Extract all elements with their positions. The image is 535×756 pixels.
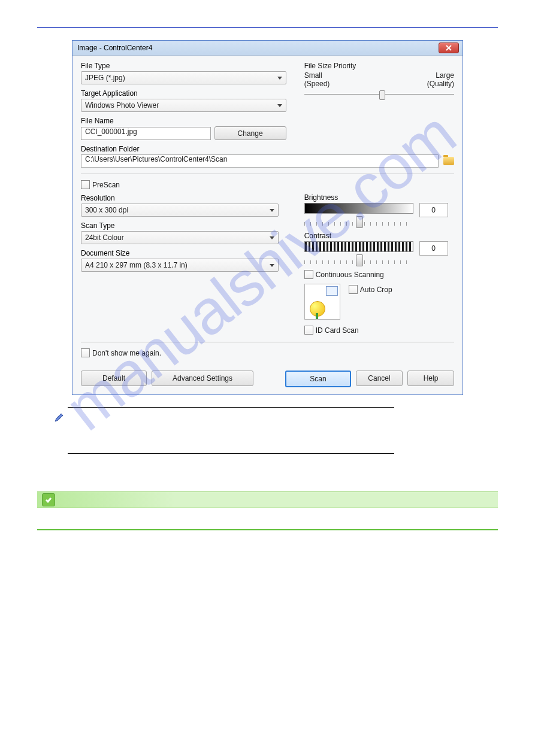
target-app-label: Target Application [81, 89, 286, 98]
contrast-gradient [304, 241, 413, 252]
scan-settings-dialog: Image - ControlCenter4 File Type JPEG (*… [72, 40, 463, 395]
continuous-scan-checkbox[interactable] [304, 270, 313, 279]
doc-size-value: A4 210 x 297 mm (8.3 x 11.7 in) [85, 261, 270, 269]
autocrop-checkbox[interactable] [349, 285, 358, 294]
close-icon [446, 45, 452, 51]
scan-type-value: 24bit Colour [85, 233, 270, 242]
window-title: Image - ControlCenter4 [77, 44, 439, 52]
related-info-banner [37, 491, 498, 508]
contrast-label: Contrast [304, 232, 454, 240]
dont-show-again-label: Don't show me again. [92, 349, 161, 357]
contrast-value[interactable]: 0 [419, 241, 448, 256]
filesize-speed-label: (Speed) [304, 80, 330, 88]
note-area [54, 407, 481, 456]
dest-folder-input[interactable]: C:\Users\User\Pictures\ControlCenter4\Sc… [81, 154, 439, 168]
target-app-dropdown[interactable]: Windows Photo Viewer [81, 99, 286, 112]
cancel-button[interactable]: Cancel [356, 371, 403, 386]
brightness-value[interactable]: 0 [419, 203, 448, 217]
resolution-label: Resolution [81, 194, 286, 202]
filesize-large-label: Large [436, 71, 454, 80]
resolution-value: 300 x 300 dpi [85, 206, 270, 214]
filesize-small-label: Small [304, 71, 322, 80]
file-type-dropdown[interactable]: JPEG (*.jpg) [81, 71, 286, 84]
scan-type-label: Scan Type [81, 221, 286, 230]
note-line [68, 430, 394, 453]
chevron-down-icon [270, 264, 274, 267]
change-button[interactable]: Change [214, 126, 286, 140]
green-rule [37, 529, 498, 530]
file-type-value: JPEG (*.jpg) [85, 74, 277, 82]
file-name-label: File Name [81, 117, 286, 125]
filesize-slider[interactable] [304, 90, 454, 98]
close-button[interactable] [439, 42, 459, 53]
contrast-slider[interactable] [304, 256, 412, 264]
prescan-checkbox[interactable] [81, 180, 90, 189]
note-line [68, 407, 394, 430]
scan-button[interactable]: Scan [285, 371, 351, 387]
filesize-quality-label: (Quality) [427, 80, 454, 88]
page-top-rule [37, 27, 498, 28]
dont-show-again-checkbox[interactable] [81, 348, 90, 357]
prescan-label: PreScan [92, 181, 120, 189]
chevron-down-icon [270, 236, 274, 239]
dialog-button-row: Default Advanced Settings Scan Cancel He… [72, 366, 463, 394]
divider [81, 174, 454, 174]
file-type-label: File Type [81, 62, 286, 70]
pencil-icon [54, 413, 64, 424]
default-button[interactable]: Default [81, 371, 147, 386]
target-app-value: Windows Photo Viewer [85, 101, 277, 110]
brightness-label: Brightness [304, 193, 454, 202]
folder-icon[interactable] [443, 157, 454, 165]
chevron-down-icon [270, 209, 274, 212]
title-bar: Image - ControlCenter4 [72, 41, 463, 56]
brightness-gradient [304, 203, 413, 214]
doc-size-label: Document Size [81, 249, 286, 257]
autocrop-label: Auto Crop [360, 286, 392, 294]
filesize-priority-label: File Size Priority [304, 62, 454, 70]
chevron-down-icon [277, 77, 282, 80]
advanced-settings-button[interactable]: Advanced Settings [152, 371, 253, 386]
brightness-slider[interactable] [304, 217, 412, 226]
doc-size-dropdown[interactable]: A4 210 x 297 mm (8.3 x 11.7 in) [81, 259, 279, 272]
idcard-scan-checkbox[interactable] [304, 326, 313, 335]
file-name-input[interactable]: CCI_000001.jpg [81, 127, 211, 140]
help-button[interactable]: Help [407, 371, 454, 386]
resolution-dropdown[interactable]: 300 x 300 dpi [81, 204, 279, 217]
chevron-down-icon [277, 104, 282, 107]
dest-folder-label: Destination Folder [81, 145, 286, 153]
check-icon [42, 493, 55, 506]
idcard-scan-label: ID Card Scan [316, 326, 359, 335]
scan-type-dropdown[interactable]: 24bit Colour [81, 231, 279, 244]
autocrop-preview-icon [304, 284, 340, 320]
note-line [68, 453, 394, 454]
continuous-scan-label: Continuous Scanning [316, 271, 384, 279]
divider [81, 342, 454, 342]
